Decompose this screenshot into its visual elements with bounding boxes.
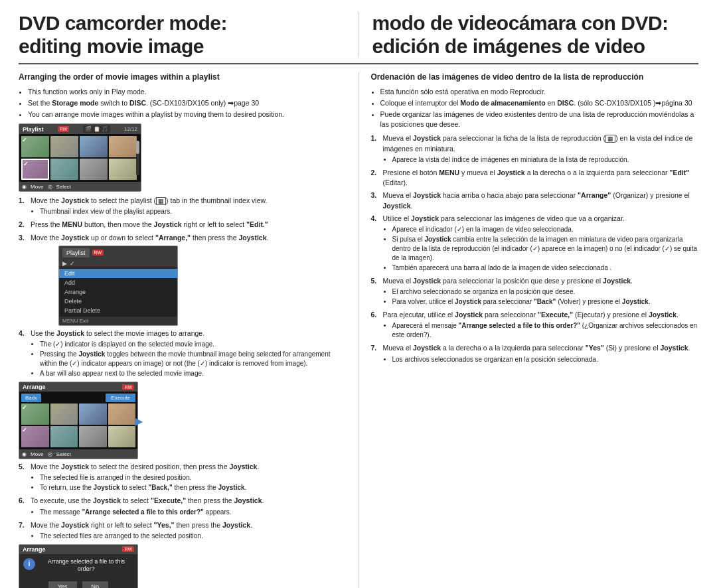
confirm-header: Arrange RW [19,545,137,554]
menu-delete[interactable]: Delete [59,297,177,306]
menu-add[interactable]: Add [59,278,177,287]
thumb-4 [109,136,137,157]
menu-exit[interactable]: MENU Exit [59,317,177,325]
back-btn[interactable]: Back [21,394,41,402]
right-bullets: Esta función sólo está operativa en modo… [371,87,699,130]
step-5-sub-2: To return, use the Joystick to select "B… [40,483,347,492]
thumb-5: ✓ [21,159,49,180]
rw-badge-1: RW [58,126,70,132]
step-content-4: Use the Joystick to select the movie ima… [31,329,347,379]
left-bullet-3: You can arrange movie images within a pl… [28,110,347,119]
scroll-bar[interactable] [136,141,139,175]
left-title: DVD camcorder mode: editing movie image [19,12,345,58]
left-step-4: 4. Use the Joystick to select the movie … [19,329,347,379]
arrange-thumb-5: ✓ [21,426,49,447]
step-num-6: 6. [19,496,28,517]
step-content-7: Move the Joystick right or left to selec… [31,520,347,542]
menu-arrange[interactable]: Arrange [59,287,177,297]
select-icon: ◎ [48,184,52,190]
arrange-screen-container: Arrange RW Back Execute ✓ [19,382,347,459]
menu-partial-delete[interactable]: Partial Delete [59,306,177,315]
right-step-content-7: Mueva el Joystick a la derecha o a la iz… [383,343,699,364]
no-button[interactable]: No [82,581,109,588]
right-bullet-2: Coloque el interruptor del Modo de almac… [380,98,699,108]
step-num-4: 4. [19,329,28,379]
move-label: Move [31,184,44,190]
right-step-num-5: 5. [371,276,380,307]
yes-button[interactable]: Yes [48,581,77,588]
right-step-content-4: Utilice el Joystick para seleccionar las… [383,214,699,273]
left-step-2: 2. Press the MENU button, then move the … [19,220,347,230]
thumb-3 [80,136,108,157]
left-section-title: Arranging the order of movie images with… [19,72,347,83]
left-step-6: 6. To execute, use the Joystick to selec… [19,496,347,517]
menu-rw-badge: RW [92,250,104,256]
step-4-sub: The (✓) indicator is displayed on the se… [31,340,347,378]
step-content-6: To execute, use the Joystick to select "… [31,496,347,517]
arrange-thumb-6 [50,426,78,447]
arrange-screen: Arrange RW Back Execute ✓ [19,382,138,459]
right-step-content-2: Presione el botón MENU y mueva el Joysti… [383,168,699,188]
confirm-text: Arrange selected a file to this order? [39,558,133,573]
right-steps: 1. Mueva el Joystick para seleccionar la… [371,133,699,364]
arrange-rw-badge: RW [122,384,134,390]
step-num-2: 2. [19,220,28,230]
arrange-bottom-bar: ◉ Move ◎ Select [19,449,137,459]
step-num-1: 1. [19,196,28,217]
execute-arrow: ▶ [135,414,143,427]
thumb-7 [80,159,108,180]
thumb-1: ✓ [21,136,49,157]
step-content-3: Move the Joystick up or down to select "… [31,233,347,243]
left-bullets: This function works only in Play mode. S… [19,87,347,120]
right-step-4: 4. Utilice el Joystick para seleccionar … [371,214,699,273]
confirm-rw-badge: RW [122,546,134,552]
step-7-sub: The selected files are arranged to the s… [31,532,347,541]
arrange-thumb-1: ✓ [21,404,49,425]
page: DVD camcorder mode: editing movie image … [0,0,717,588]
screen-header-1: Playlist RW 🎬 📋 🎵 12/12 [19,124,141,134]
menu-items: Edit Add Arrange Delete Partial Delete [59,267,177,317]
left-title-line2: editing movie image [19,35,204,57]
right-title-line1: modo de videocámara con DVD: [372,12,669,34]
menu-screen-container: Playlist RW ▶ ✓ Edit Add Arrange Delete … [58,246,347,326]
step-content-5: Move the Joystick to select the desired … [31,462,347,493]
execute-btn[interactable]: Execute [106,394,135,402]
right-step-4-sub-3: También aparecerá una barra al lado de l… [392,263,699,273]
step-content-1: Move the Joystick to select the playlist… [31,196,347,217]
arrange-thumb-2 [50,404,78,425]
right-step-1-sub: Aparece la vista del índice de imágenes … [383,155,699,165]
right-step-num-1: 1. [371,133,380,165]
header-row: DVD camcorder mode: editing movie image … [19,12,698,64]
select-label: Select [56,184,71,190]
step-7-sub-1: The selected files are arranged to the s… [40,532,347,541]
confirm-icon: i [23,558,35,570]
right-step-5-sub-2: Para volver, utilice el Joystick para se… [392,297,699,307]
right-step-6: 6. Para ejecutar, utilice el Joystick pa… [371,310,699,340]
menu-edit[interactable]: Edit [59,269,177,278]
menu-screen: Playlist RW ▶ ✓ Edit Add Arrange Delete … [58,246,178,326]
step-5-sub: The selected file is arranged in the des… [31,473,347,492]
thumb-2 [50,136,78,157]
step-5-sub-1: The selected file is arranged in the des… [40,473,347,482]
arrange-thumb-8 [108,426,136,447]
playlist-menu-label: Playlist [62,248,90,257]
screen-bottom-bar-1: ◉ Move ◎ Select [19,182,141,191]
arrange-top-bar: Back Execute [21,394,135,402]
right-step-7: 7. Mueva el Joystick a la derecha o a la… [371,343,699,364]
scroll-thumb[interactable] [136,141,139,154]
right-step-num-3: 3. [371,190,380,210]
step-1-sub: Thumbnail index view of the playlist app… [31,207,347,216]
right-step-5: 5. Mueva el Joystick para seleccionar la… [371,276,699,307]
right-step-content-6: Para ejecutar, utilice el Joystick para … [383,310,699,340]
left-bullet-1: This function works only in Play mode. [28,87,347,97]
right-step-6-sub: Aparecerá el mensaje "Arrange selected a… [383,321,699,340]
right-step-5-sub-1: El archivo seleccionado se organiza en l… [392,287,699,297]
confirm-title: Arrange [23,546,46,553]
right-step-7-sub-1: Los archivos seleccionados se organizan … [392,355,699,364]
step-4-sub-3: A bar will also appear next to the selec… [40,369,347,378]
left-column: Arranging the order of movie images with… [19,72,359,588]
confirm-screen: Arrange RW i Arrange selected a file to … [19,544,138,588]
arrange-thumb-7 [79,426,107,447]
right-step-1-sub-1: Aparece la vista del índice de imágenes … [392,155,699,165]
arrange-thumb-3 [79,404,107,425]
